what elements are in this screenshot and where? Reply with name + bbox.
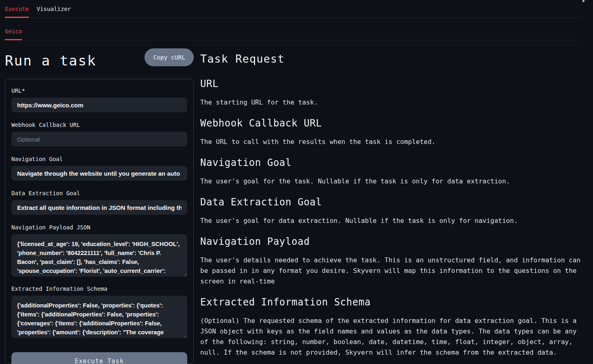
tab-execute[interactable]: Execute (5, 6, 29, 17)
main-content: Run a task Copy cURL URL* Webhook Callba… (0, 40, 593, 364)
form-header: Run a task Copy cURL (5, 48, 194, 79)
doc-heading-extracted-information-schema: Extracted Information Schema (200, 296, 582, 308)
task-form-column: Run a task Copy cURL URL* Webhook Callba… (5, 40, 194, 364)
doc-section-navigation-goal: Navigation Goal The user's goal for the … (200, 157, 582, 187)
doc-body-extracted-information-schema: (Optional) The requested schema of the e… (200, 316, 582, 358)
extracted-information-schema-label: Extracted Information Schema (11, 286, 187, 292)
copy-curl-button[interactable]: Copy cURL (144, 48, 194, 66)
task-form-panel: URL* Webhook Callback URL Navigation Goa… (5, 79, 194, 364)
field-extracted-information-schema: Extracted Information Schema {'additiona… (11, 286, 187, 340)
doc-heading-navigation-payload: Navigation Payload (200, 235, 582, 248)
doc-section-url: URL The starting URL for the task. (200, 78, 582, 108)
doc-body-webhook-callback-url: The URL to call with the results when th… (200, 137, 582, 147)
doc-body-data-extraction-goal: The user's goal for data extraction. Nul… (200, 216, 582, 226)
field-navigation-goal: Navigation Goal (11, 156, 187, 181)
url-label: URL* (11, 87, 187, 94)
url-input[interactable] (11, 98, 187, 112)
field-data-extraction-goal: Data Extraction Goal (11, 190, 187, 215)
doc-body-navigation-payload: The user's details needed to achieve the… (200, 255, 582, 287)
main-tab-bar: Execute Visualizer (5, 0, 582, 18)
navigation-goal-input[interactable] (11, 166, 187, 181)
webhook-callback-url-label: Webhook Callback URL (11, 122, 187, 128)
doc-heading-webhook-callback-url: Webhook Callback URL (200, 117, 582, 129)
navigation-payload-json-textarea[interactable]: {'licensed_at_age': 19, 'education_level… (11, 234, 187, 277)
doc-heading-navigation-goal: Navigation Goal (200, 157, 582, 169)
data-extraction-goal-label: Data Extraction Goal (11, 190, 187, 196)
sub-tab-bar: Geico (5, 18, 582, 40)
field-webhook-callback-url: Webhook Callback URL (11, 122, 187, 146)
page-title: Run a task (5, 52, 96, 69)
doc-body-navigation-goal: The user's goal for the task. Nullable i… (200, 176, 582, 187)
doc-heading-url: URL (200, 78, 582, 90)
doc-section-data-extraction-goal: Data Extraction Goal The user's goal for… (200, 196, 582, 226)
doc-body-url: The starting URL for the task. (200, 97, 582, 108)
field-url: URL* (11, 87, 187, 112)
tab-visualizer[interactable]: Visualizer (37, 6, 71, 17)
doc-section-extracted-information-schema: Extracted Information Schema (Optional) … (200, 296, 582, 358)
docs-title: Task Request (200, 52, 582, 66)
extracted-information-schema-textarea[interactable]: {'additionalProperties': False, 'propert… (11, 296, 187, 338)
doc-section-navigation-payload: Navigation Payload The user's details ne… (200, 235, 582, 287)
field-navigation-payload-json: Navigation Payload JSON {'licensed_at_ag… (11, 224, 187, 278)
data-extraction-goal-input[interactable] (11, 200, 187, 215)
doc-section-webhook-callback-url: Webhook Callback URL The URL to call wit… (200, 117, 582, 147)
execute-task-button[interactable]: Execute Task (11, 352, 187, 364)
navigation-goal-label: Navigation Goal (11, 156, 187, 162)
app-header: Execute Visualizer Geico (0, 0, 593, 40)
subtab-geico[interactable]: Geico (5, 28, 22, 40)
scrollbar-thumb[interactable] (582, 0, 584, 2)
task-request-docs: Task Request URL The starting URL for th… (194, 40, 593, 358)
doc-heading-data-extraction-goal: Data Extraction Goal (200, 196, 582, 208)
webhook-callback-url-input[interactable] (11, 132, 187, 146)
navigation-payload-json-label: Navigation Payload JSON (11, 224, 187, 231)
